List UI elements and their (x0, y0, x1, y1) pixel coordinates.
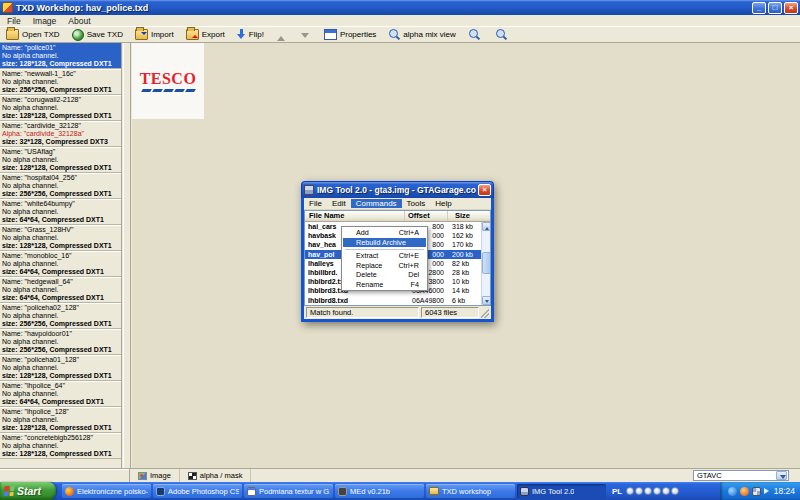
commands-menu-entry[interactable]: Extract Ctrl+E (343, 251, 426, 261)
chevron-down-icon[interactable] (776, 471, 787, 480)
commands-menu-entry[interactable]: Delete Del (343, 270, 426, 280)
texture-list-item[interactable]: Name: "corugwall2-2128" No alpha channel… (0, 95, 121, 121)
msn-icon[interactable] (728, 487, 737, 496)
img-tool-close-button[interactable]: × (478, 184, 491, 196)
texture-size-info: size: 64*64, Compressed DXT1 (2, 398, 121, 406)
save-disk-icon (72, 29, 84, 41)
img-tool-titlebar[interactable]: IMG Tool 2.0 - gta3.img - GTAGarage.com … (301, 181, 494, 198)
taskbar-task-button[interactable]: IMG Tool 2.0 (517, 484, 606, 498)
restore-button[interactable]: □ (768, 2, 782, 14)
toolbar-button[interactable]: Flip! (234, 28, 269, 41)
texture-size-info: size: 128*128, Compressed DXT1 (2, 424, 121, 432)
texture-list-item[interactable]: Name: "hedgewall_64" No alpha channel. s… (0, 277, 121, 303)
file-list-header[interactable]: File Name Offset Size (305, 211, 490, 222)
scroll-up-icon[interactable] (482, 222, 491, 231)
resize-grip[interactable] (481, 307, 489, 318)
column-offset[interactable]: Offset (405, 211, 448, 221)
texture-list-item[interactable]: Name: "police01" No alpha channel. size:… (0, 43, 121, 69)
texture-list-item[interactable]: Name: "policeha02_128" No alpha channel.… (0, 303, 121, 329)
texture-list-item[interactable]: Name: "hospital04_256" No alpha channel.… (0, 173, 121, 199)
tesco-logo-text: TESCO (140, 71, 197, 87)
media-stop-icon[interactable] (644, 487, 652, 495)
taskbar-task-button[interactable]: MEd v0.21b (335, 484, 424, 498)
texture-size-info: size: 128*128, Compressed DXT1 (2, 60, 121, 68)
texture-list-item[interactable]: Name: "lhpolice_64" No alpha channel. si… (0, 381, 121, 407)
toolbar-button[interactable] (297, 30, 317, 40)
texture-list-item[interactable]: Name: "USAflag" No alpha channel. size: … (0, 147, 121, 173)
texture-list-item[interactable]: Name: "newwall-1_16c" No alpha channel. … (0, 69, 121, 95)
start-button[interactable]: Start (0, 482, 56, 500)
winamp-icon[interactable] (740, 487, 749, 496)
grid-icon[interactable] (752, 487, 761, 496)
view-tab[interactable]: alpha / mask (180, 469, 252, 482)
view-tab[interactable]: Image (130, 469, 180, 482)
taskbar-task-button[interactable]: Adobe Photoshop CS... (153, 484, 242, 498)
column-file-name[interactable]: File Name (305, 211, 405, 221)
file-size-cell: 200 kb (444, 251, 481, 258)
texture-alpha-info: No alpha channel. (2, 208, 121, 216)
img-tool-menu-item[interactable]: Tools (402, 199, 431, 208)
commands-menu-entry[interactable]: Replace Ctrl+R (343, 261, 426, 271)
file-size-cell: 318 kb (444, 223, 481, 230)
txd-workshop-titlebar[interactable]: TXD Workshop: hav_police.txd _ □ × (0, 0, 800, 15)
commands-menu-entry[interactable]: Rename F4 (343, 280, 426, 290)
media-next-icon[interactable] (671, 487, 679, 495)
tab-label: Image (150, 471, 171, 480)
language-indicator[interactable]: PL (612, 487, 622, 496)
texture-list-item[interactable]: Name: "Grass_128HV" No alpha channel. si… (0, 225, 121, 251)
commands-menu-entry[interactable]: Rebuild Archive (343, 238, 426, 248)
commands-menu-entry[interactable]: Add Ctrl+A (343, 228, 426, 238)
toolbar-button[interactable] (465, 28, 488, 42)
toolbar-button[interactable]: Import (132, 28, 179, 41)
sidebar-splitter[interactable] (123, 43, 131, 468)
status-message: Match found. (306, 307, 419, 318)
img-tool-menu-item[interactable]: Help (430, 199, 456, 208)
taskbar-task-button[interactable]: TXD workshop (426, 484, 515, 498)
menu-entry-shortcut: Ctrl+E (399, 251, 426, 260)
texture-alpha-info: No alpha channel. (2, 78, 121, 86)
img-tool-menu-item[interactable]: Edit (327, 199, 351, 208)
img-tool-menu-item[interactable]: File (304, 199, 327, 208)
toolbar-button[interactable]: Properties (321, 28, 381, 41)
game-version-combobox[interactable]: GTAVC (693, 470, 789, 481)
toolbar-button[interactable]: Export (183, 28, 230, 41)
texture-name: Name: "police01" (2, 44, 121, 52)
close-button[interactable]: × (784, 2, 798, 14)
column-size[interactable]: Size (448, 211, 490, 221)
menu-item[interactable]: File (2, 16, 26, 26)
texture-list-item[interactable]: Name: "cardivide_32128" Alpha: "cardivid… (0, 121, 121, 147)
menu-item[interactable]: About (63, 16, 95, 26)
alpha-magnifier-icon (388, 29, 400, 41)
texture-size-info: size: 128*128, Compressed DXT1 (2, 164, 121, 172)
media-play-icon[interactable] (662, 487, 670, 495)
menu-item[interactable]: Image (28, 16, 62, 26)
file-row[interactable]: lhblbrd8.txd 06A49800 6 kb (305, 296, 481, 305)
toolbar-button[interactable]: Save TXD (69, 28, 128, 42)
taskbar-task-button[interactable]: Elektroniczne polsko-... (62, 484, 151, 498)
scroll-down-icon[interactable] (482, 296, 491, 305)
texture-list-item[interactable]: Name: "lhpolice_128" No alpha channel. s… (0, 407, 121, 433)
media-prev-icon[interactable] (653, 487, 661, 495)
minimize-button[interactable]: _ (752, 2, 766, 14)
texture-list-item[interactable]: Name: "white64bumpy" No alpha channel. s… (0, 199, 121, 225)
task-label: Podmiana textur w G... (259, 487, 330, 496)
texture-list-item[interactable]: Name: "monobloc_16" No alpha channel. si… (0, 251, 121, 277)
texture-list-item[interactable]: Name: "havpoldoor01" No alpha channel. s… (0, 329, 121, 355)
texture-list-item[interactable]: Name: "policeha01_128" No alpha channel.… (0, 355, 121, 381)
volume-icon[interactable] (764, 488, 769, 494)
file-list-scrollbar[interactable] (481, 222, 490, 305)
scrollbar-thumb[interactable] (482, 252, 491, 274)
media-pause-icon[interactable] (635, 487, 643, 495)
taskbar-task-button[interactable]: Podmiana textur w G... (244, 484, 333, 498)
texture-list-item[interactable]: Name: "concretebigb256128" No alpha chan… (0, 433, 121, 459)
texture-list[interactable]: Name: "police01" No alpha channel. size:… (0, 43, 122, 468)
toolbar-button[interactable] (492, 28, 515, 42)
texture-alpha-info: No alpha channel. (2, 312, 121, 320)
media-misc-icon[interactable] (626, 487, 634, 495)
texture-name: Name: "corugwall2-2128" (2, 96, 121, 104)
toolbar-button[interactable] (273, 30, 293, 40)
img-tool-menu-item[interactable]: Commands (351, 199, 402, 208)
texture-name: Name: "lhpolice_64" (2, 382, 121, 390)
toolbar-button[interactable]: Open TXD (3, 28, 65, 41)
toolbar-button[interactable]: alpha mix view (385, 28, 460, 42)
